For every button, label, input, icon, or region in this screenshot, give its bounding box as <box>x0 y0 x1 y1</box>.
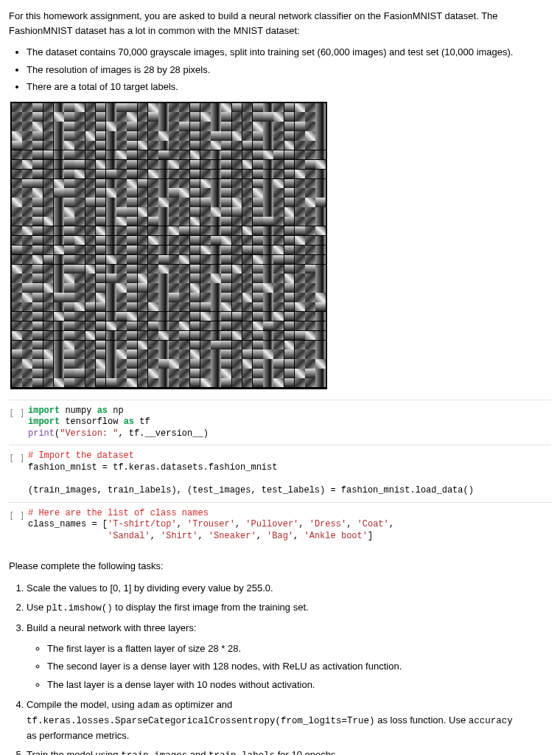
tasks-ordered-list: Scale the values to [0, 1] by dividing e… <box>27 581 551 755</box>
sub-item: The second layer is a dense layer with 1… <box>47 659 551 674</box>
inline-code: train_labels <box>209 751 275 755</box>
cell-prompt: [ ] <box>9 406 28 440</box>
code-cell-3[interactable]: [ ] # Here are the list of class names c… <box>9 504 551 546</box>
code-content: # Here are the list of class names class… <box>28 508 394 543</box>
code-cell-1[interactable]: [ ] import numpy as np import tensorflow… <box>9 402 551 444</box>
task-item-1: Scale the values to [0, 1] by dividing e… <box>27 581 551 596</box>
inline-code: tf.keras.losses.SparseCategoricalCrossen… <box>27 716 375 726</box>
tasks-heading: Please complete the following tasks: <box>9 559 551 574</box>
bullet-item: The dataset contains 70,000 grayscale im… <box>27 45 551 60</box>
code-cell-1-wrapper: [ ] import numpy as np import tensorflow… <box>9 400 551 445</box>
sub-item: The first layer is a flatten layer of si… <box>47 641 551 656</box>
task-3-sublist: The first layer is a flatten layer of si… <box>47 641 551 692</box>
code-content: import numpy as np import tensorflow as … <box>28 406 209 440</box>
task-item-5: Train the model using train_images and t… <box>27 748 551 755</box>
inline-code: plt.imshow() <box>46 603 113 613</box>
bullet-item: There are a total of 10 target labels. <box>27 80 551 94</box>
intro-bullet-list: The dataset contains 70,000 grayscale im… <box>27 45 551 94</box>
sub-item: The last layer is a dense layer with 10 … <box>47 678 551 692</box>
cell-prompt: [ ] <box>9 450 28 496</box>
fashion-mnist-grid-image <box>10 102 327 389</box>
inline-code: adam <box>137 700 159 711</box>
inline-code: accuracy <box>469 716 513 726</box>
task-item-2: Use plt.imshow() to display the first im… <box>27 600 551 616</box>
intro-paragraph: For this homework assignment, you are as… <box>9 9 551 38</box>
inline-code: train_images <box>121 751 187 755</box>
code-content: # Import the dataset fashion_mnist = tf.… <box>28 450 474 496</box>
bullet-item: The resolution of images is 28 by 28 pix… <box>27 63 551 77</box>
cell-prompt: [ ] <box>9 508 28 543</box>
task-item-3: Build a neural network with three layers… <box>27 621 551 692</box>
code-cell-2-wrapper: [ ] # Import the dataset fashion_mnist =… <box>9 445 551 501</box>
code-cell-2[interactable]: [ ] # Import the dataset fashion_mnist =… <box>9 447 551 500</box>
code-cell-3-wrapper: [ ] # Here are the list of class names c… <box>9 502 551 548</box>
task-item-4: Compile the model, using adam as optimiz… <box>27 697 551 742</box>
